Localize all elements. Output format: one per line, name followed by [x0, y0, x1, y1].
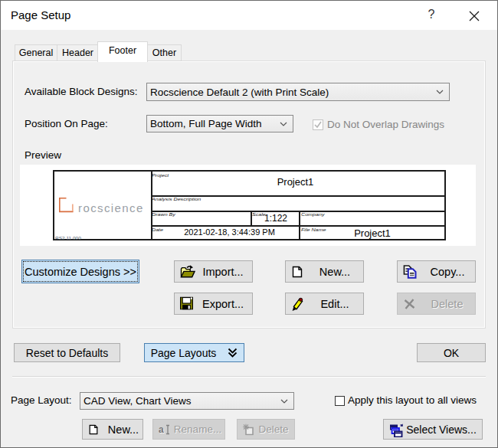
svg-text:a: a: [159, 424, 164, 435]
